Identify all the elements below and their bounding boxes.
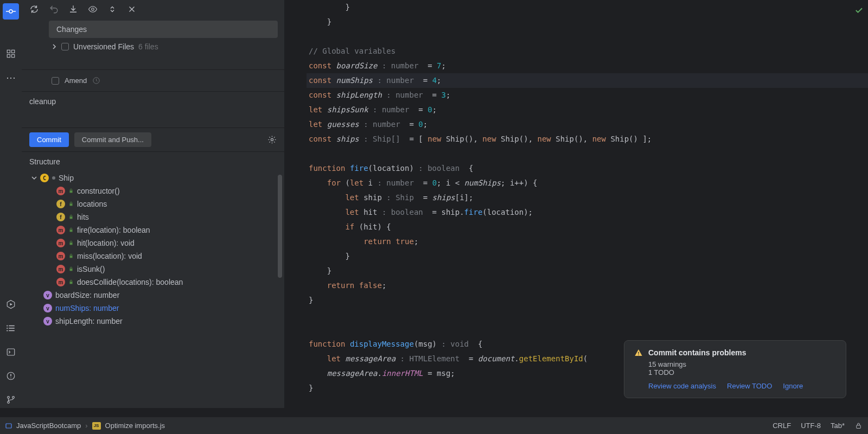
svg-point-0 xyxy=(9,10,12,13)
code-line: let shipsSunk : number = 0; xyxy=(307,103,868,117)
structure-var[interactable]: vnumShips: number xyxy=(29,302,277,315)
breadcrumb[interactable]: JavaScriptBootcamp › JS Optimize imports… xyxy=(5,422,165,430)
commit-and-push-button[interactable]: Commit and Push... xyxy=(74,132,151,147)
inspection-ok-icon[interactable] xyxy=(854,5,864,15)
list-icon xyxy=(6,323,16,333)
structure-item-label: constructor() xyxy=(77,187,120,195)
structure-root[interactable]: C Ship xyxy=(29,171,277,184)
svg-marker-8 xyxy=(10,303,13,306)
lock-icon xyxy=(68,214,74,220)
encoding-indicator[interactable]: UTF-8 xyxy=(801,422,821,430)
lock-icon xyxy=(68,240,74,246)
class-badge-icon: C xyxy=(40,174,49,182)
structure-tree: C Ship mconstructor()flocationsfhitsmfir… xyxy=(29,171,277,328)
lock-icon xyxy=(68,227,74,233)
structure-item[interactable]: misSunk() xyxy=(29,263,277,276)
code-line: const numShips : number = 4; xyxy=(307,73,868,88)
run-tool-btn[interactable] xyxy=(3,296,19,312)
method-badge-icon: m xyxy=(56,278,65,286)
dot-icon xyxy=(52,176,55,180)
changes-node[interactable]: Changes xyxy=(49,21,278,38)
structure-scrollbar[interactable] xyxy=(278,175,282,278)
code-line: } xyxy=(307,293,868,308)
lock-icon xyxy=(68,279,74,285)
problems-tool-btn[interactable] xyxy=(3,368,19,384)
code-line: for (let i : number = 0; i < numShips; i… xyxy=(307,176,868,190)
line-sep-indicator[interactable]: CRLF xyxy=(773,422,791,430)
commit-toolbar xyxy=(22,0,284,18)
commit-buttons: Commit Commit and Push... xyxy=(22,127,284,151)
structure-item[interactable]: mhit(location): void xyxy=(29,237,277,250)
terminal-tool-btn[interactable] xyxy=(3,344,19,360)
review-todo-link[interactable]: Review TODO xyxy=(727,382,772,390)
structure-item[interactable]: mfire(location): boolean xyxy=(29,224,277,237)
method-badge-icon: m xyxy=(56,226,65,234)
structure-item[interactable]: mmiss(location): void xyxy=(29,250,277,263)
svg-point-12 xyxy=(7,325,8,326)
svg-point-21 xyxy=(12,397,15,399)
code-line: let hit : boolean = ship.fire(location); xyxy=(307,205,868,220)
structure-item[interactable]: mconstructor() xyxy=(29,184,277,197)
warning-circle-icon xyxy=(6,371,16,381)
code-line: return false; xyxy=(307,278,868,293)
chevron-down-icon xyxy=(31,175,37,181)
method-badge-icon: m xyxy=(56,187,65,195)
rail-more[interactable]: ⋯ xyxy=(3,69,19,86)
method-badge-icon: m xyxy=(56,239,65,247)
close-icon[interactable] xyxy=(127,4,137,14)
ignore-link[interactable]: Ignore xyxy=(783,382,803,390)
svg-point-13 xyxy=(7,328,8,329)
structure-title: Structure xyxy=(29,157,277,166)
code-line: return true; xyxy=(307,234,868,249)
expand-icon[interactable] xyxy=(107,4,117,14)
svg-rect-30 xyxy=(70,256,73,258)
lock-icon xyxy=(68,201,74,207)
list-tool-btn[interactable] xyxy=(3,320,19,336)
code-line: const shipLength : number = 3; xyxy=(307,88,868,103)
refresh-icon[interactable] xyxy=(29,4,39,14)
code-line: } xyxy=(307,249,868,264)
indent-indicator[interactable]: Tab* xyxy=(831,422,845,430)
amend-checkbox[interactable] xyxy=(52,77,59,85)
svg-point-24 xyxy=(271,138,273,141)
grid-icon xyxy=(6,49,16,59)
chevron-right-icon xyxy=(52,44,57,49)
commit-tool-btn[interactable] xyxy=(3,3,19,20)
svg-point-22 xyxy=(92,8,94,11)
svg-rect-33 xyxy=(638,352,639,354)
eye-icon[interactable] xyxy=(88,4,98,14)
unversioned-node[interactable]: Unversioned Files 6 files xyxy=(22,38,284,55)
unversioned-label: Unversioned Files xyxy=(73,42,134,51)
commit-icon xyxy=(6,7,16,16)
project-icon xyxy=(5,423,12,429)
structure-var[interactable]: vboardSize: number xyxy=(29,289,277,302)
svg-rect-31 xyxy=(70,269,73,271)
rail-btn-2[interactable] xyxy=(3,46,19,62)
structure-item-label: locations xyxy=(77,200,107,208)
structure-var[interactable]: vshipLength: number xyxy=(29,315,277,328)
structure-item[interactable]: fhits xyxy=(29,210,277,224)
amend-label: Amend xyxy=(65,76,87,85)
structure-item[interactable]: mdoesCollide(locations): boolean xyxy=(29,276,277,289)
unversioned-checkbox[interactable] xyxy=(61,43,69,50)
structure-item-label: hits xyxy=(77,213,89,221)
gear-icon[interactable] xyxy=(267,135,277,144)
commit-button[interactable]: Commit xyxy=(29,132,69,147)
code-line: } xyxy=(307,0,868,15)
download-icon[interactable] xyxy=(68,4,78,14)
structure-item[interactable]: flocations xyxy=(29,197,277,210)
padlock-icon[interactable] xyxy=(854,422,863,430)
review-code-link[interactable]: Review code analysis xyxy=(648,382,716,390)
history-icon[interactable] xyxy=(92,76,100,85)
terminal-icon xyxy=(6,347,16,357)
svg-rect-3 xyxy=(7,50,10,53)
git-tool-btn[interactable] xyxy=(3,392,19,408)
structure-item-label: fire(location): boolean xyxy=(77,226,150,234)
variable-badge-icon: v xyxy=(43,291,52,299)
field-badge-icon: f xyxy=(56,200,65,208)
structure-item-label: isSunk() xyxy=(77,265,105,273)
breadcrumb-sep: › xyxy=(85,422,87,430)
commit-message-input[interactable]: cleanup xyxy=(22,91,284,127)
undo-icon[interactable] xyxy=(49,4,59,14)
code-line: const ships : Ship[] = [ new Ship(), new… xyxy=(307,132,868,146)
